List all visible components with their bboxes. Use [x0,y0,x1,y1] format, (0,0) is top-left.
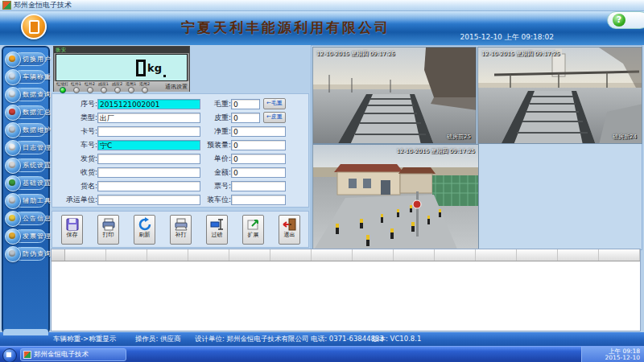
field-input[interactable] [97,195,200,205]
indicator-lamp-icon [73,87,80,93]
camera-feed-rear: 12-10-2015 星期四 09:17:25 磅房后24 [477,47,642,144]
sidebar-item[interactable]: 公告信息 [5,210,47,227]
scale-brand: 衡安 [54,47,189,53]
sidebar-item[interactable]: 基础设置 [5,175,47,191]
print-button[interactable]: 打印 [97,215,119,245]
field-input[interactable]: 2015121002001 [97,99,200,109]
app-header: 宁夏天利丰能源利用有限公司 2015-12-10 上午 09:18:02 ? [0,11,644,45]
field-label: 预装量: [194,140,231,150]
window-title: 郑州金恒电子技术 [14,0,72,10]
column-header[interactable] [599,249,640,261]
sidebar-item[interactable]: 系统设置 [5,157,47,174]
take-weight-button[interactable]: ←毛重 [263,98,286,109]
field-input[interactable]: 0 [231,113,260,123]
sidebar-item[interactable]: 防伪查询 [5,245,47,262]
weigh-pass-button[interactable]: 过磅 [206,215,228,245]
field-input[interactable]: 0 [231,126,286,137]
column-header[interactable] [476,249,517,261]
field-label: 承运单位: [56,195,97,205]
lcd-dot [163,75,166,77]
base-settings-icon [5,175,21,191]
data-summary-icon [5,105,21,121]
reprint-icon [174,217,188,232]
field-label: 单价: [194,154,231,164]
sidebar-item[interactable]: 数据汇总 [5,104,47,121]
column-header[interactable] [517,249,558,261]
field-input[interactable] [231,195,286,205]
field-input[interactable]: 出厂 [97,113,200,123]
field-input[interactable]: 宁C [97,140,200,150]
exit-button[interactable]: 退出 [279,215,300,245]
field-label: 装车位: [194,195,231,205]
field-label: 毛重: [194,99,231,109]
form-row: 装车位: [194,194,286,205]
records-table [51,249,641,331]
field-label: 类型: [56,113,97,123]
field-input[interactable]: 0 [231,167,286,178]
sidebar-item[interactable]: 日志管理 [5,139,47,156]
io-indicator: 红外2 [83,81,97,93]
table-header-row [52,249,640,261]
indicator-lamp-icon [87,87,93,93]
os-taskbar: 郑州金恒电子技术 上午 09:18 2015-12-10 [0,346,644,362]
camera-feed-front: 12-10-2015 星期四 09:17:26 磅房前25 [312,47,477,144]
field-input[interactable] [97,154,200,164]
comm-settings-button[interactable]: 通讯设置 [165,83,188,91]
sidebar-item[interactable]: 数据维护 [5,121,47,138]
start-button[interactable] [2,348,17,362]
column-header[interactable] [65,249,106,261]
field-label: 皮重: [194,113,231,123]
column-header[interactable] [353,249,394,261]
field-input[interactable] [97,181,200,191]
camera-timestamp: 12-10-2015 星期四 09:17:26 [316,50,395,58]
io-indicator: 红绿灯 [56,81,69,93]
sidebar-item-label: 数据维护 [23,125,52,134]
field-label: 金额: [194,167,231,178]
window-app-icon [2,1,11,10]
column-header[interactable] [435,249,476,261]
field-input[interactable]: 0 [231,140,286,150]
sidebar-item[interactable]: 辅助工具 [5,192,47,209]
form-row: 收货: [56,167,200,178]
field-label: 车号: [56,140,97,150]
column-header[interactable] [394,249,435,261]
system-settings-gear-icon [5,158,21,174]
help-button[interactable]: ? [607,11,644,29]
sidebar-item-label: 切换用户 [23,55,52,64]
sidebar-item[interactable]: 车辆称重 [5,68,47,85]
sidebar-item-label: 车辆称重 [23,72,52,81]
taskbar-app-button[interactable]: 郑州金恒电子技术 [20,348,126,361]
weigh-form-panel: 序号: 2015121002001 类型: 出厂 卡号: 车号: 宁C 发货: … [52,93,309,208]
system-tray-clock[interactable]: 上午 09:18 2015-12-10 [581,347,644,362]
sidebar-item[interactable]: 发票管理 [5,228,47,245]
field-input[interactable]: 0 [231,154,286,164]
io-indicator: 感应1 [97,81,110,93]
io-indicator: 道闸2 [138,81,151,93]
column-header[interactable] [312,249,353,261]
lcd-digit-zero [136,60,146,76]
column-header[interactable] [188,249,229,261]
reprint-button[interactable]: 补打 [170,215,192,245]
field-input[interactable]: 0 [231,99,260,109]
field-input[interactable] [231,181,286,191]
save-button[interactable]: 保存 [61,215,83,245]
refresh-button[interactable]: 刷新 [134,215,155,245]
field-input[interactable] [97,167,200,178]
io-indicator: 感应2 [110,81,124,93]
io-indicator-strip: 红绿灯 红外1 红外2 感应1 感应2 [54,81,189,92]
camera-feed-gate: 12-10-2015 星期四 09:17:25 [312,144,479,250]
column-header[interactable] [229,249,270,261]
sidebar-item[interactable]: 数据查询 [5,86,47,103]
verify-query-icon [5,246,21,262]
field-input[interactable] [97,126,200,137]
column-header[interactable] [147,249,188,261]
expand-button[interactable]: 扩展 [242,215,264,245]
column-header[interactable] [558,249,599,261]
camera-area: 12-10-2015 星期四 09:17:26 磅房前25 [311,45,642,250]
sidebar-item[interactable]: 切换用户 [5,51,47,68]
notice-info-icon [5,211,21,227]
take-weight-button[interactable]: ←皮重 [263,112,286,123]
form-row: 类型: 出厂 [56,112,200,123]
column-header[interactable] [106,249,147,261]
column-header[interactable] [270,249,312,261]
